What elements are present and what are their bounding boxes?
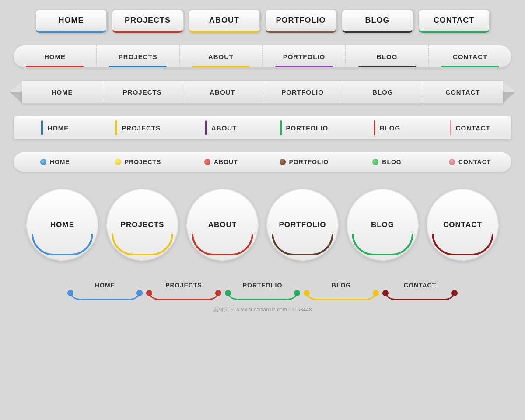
nav3-item-portfolio[interactable]: PORTFOLIO [263, 80, 343, 103]
nav6-item-label: PORTFOLIO [279, 220, 326, 229]
nav2-item-projects[interactable]: PROJECTS [97, 46, 180, 67]
nav7-item-blog[interactable]: BLOG [302, 282, 381, 302]
watermark: 素材天下 www.sucaitianxia.com 03163448 [9, 306, 516, 314]
nav2-item-about[interactable]: ABOUT [180, 46, 263, 67]
nav2-item-home[interactable]: HOME [14, 46, 97, 67]
nav6-arc [272, 234, 333, 256]
nav5-bar: HOMEPROJECTSABOUTPORTFOLIOBLOGCONTACT [13, 152, 512, 172]
nav2-item-blog[interactable]: BLOG [346, 46, 429, 67]
nav4-item-blog[interactable]: BLOG [346, 116, 429, 139]
nav6-arc [32, 234, 93, 256]
nav1-item-about[interactable]: ABOUT [188, 9, 260, 33]
nav2-item-contact[interactable]: CONTACT [429, 46, 511, 67]
nav1-item-projects[interactable]: PROJECTS [112, 9, 184, 33]
nav4-item-label: CONTACT [456, 124, 490, 132]
nav5-item-label: CONTACT [458, 158, 491, 165]
nav5-dot [280, 159, 286, 165]
nav6-arc [432, 234, 494, 256]
nav4-accent-bar [374, 120, 375, 135]
nav7-cup [148, 290, 219, 300]
nav4-item-projects[interactable]: PROJECTS [97, 116, 180, 139]
nav6-item-label: ABOUT [208, 220, 237, 229]
nav7-item-contact[interactable]: CONTACT [381, 282, 459, 302]
nav7-item-portfolio[interactable]: PORTFOLIO [223, 282, 302, 302]
nav5-dot [40, 159, 46, 165]
nav-set-5: HOMEPROJECTSABOUTPORTFOLIOBLOGCONTACT [9, 152, 516, 172]
nav5-dot [372, 159, 378, 165]
nav4-item-label: PROJECTS [122, 124, 161, 132]
nav4-item-label: HOME [47, 124, 69, 132]
nav7-cup [385, 290, 455, 300]
nav6-item-home[interactable]: HOME [26, 189, 98, 261]
nav5-item-blog[interactable]: BLOG [346, 158, 429, 165]
nav3-item-home[interactable]: HOME [22, 80, 102, 103]
nav5-item-label: PROJECTS [125, 158, 161, 165]
nav7-item-home[interactable]: HOME [66, 282, 144, 302]
nav4-accent-bar [450, 120, 452, 135]
nav6-arc [352, 234, 413, 256]
nav3-item-about[interactable]: ABOUT [182, 80, 262, 103]
nav1-item-home[interactable]: HOME [35, 9, 107, 33]
nav4-accent-bar [41, 120, 43, 135]
nav1-item-portfolio[interactable]: PORTFOLIO [265, 9, 337, 33]
nav1-item-blog[interactable]: BLOG [341, 9, 413, 33]
nav6-item-label: BLOG [371, 220, 394, 229]
nav7-cup [70, 290, 140, 300]
nav4-accent-bar [205, 120, 207, 135]
nav7-item-label: HOME [95, 282, 115, 289]
nav4-item-label: ABOUT [211, 124, 237, 132]
nav-set-6: HOMEPROJECTSABOUTPORTFOLIOBLOGCONTACT [9, 184, 516, 265]
nav5-item-label: PORTFOLIO [289, 158, 329, 165]
nav6-item-about[interactable]: ABOUT [186, 189, 259, 261]
nav2-bar: HOMEPROJECTSABOUTPORTFOLIOBLOGCONTACT [13, 45, 512, 68]
nav4-accent-bar [116, 120, 117, 135]
nav7-item-label: CONTACT [404, 282, 436, 289]
nav7-cup [227, 290, 298, 300]
nav6-item-label: HOME [50, 220, 74, 229]
nav4-accent-bar [280, 120, 282, 135]
nav3-item-blog[interactable]: BLOG [343, 80, 423, 103]
nav3-bar: HOMEPROJECTSABOUTPORTFOLIOBLOGCONTACT [22, 80, 503, 104]
nav7-cup [306, 290, 377, 300]
nav6-arc [192, 234, 253, 256]
nav7-item-label: BLOG [332, 282, 351, 289]
ribbon-left-fold [10, 80, 23, 104]
svg-marker-3 [502, 80, 515, 92]
nav4-item-portfolio[interactable]: PORTFOLIO [262, 116, 346, 139]
nav5-item-home[interactable]: HOME [14, 158, 97, 165]
nav6-item-contact[interactable]: CONTACT [427, 189, 499, 261]
nav-set-3: HOMEPROJECTSABOUTPORTFOLIOBLOGCONTACT [9, 80, 516, 104]
nav2-item-portfolio[interactable]: PORTFOLIO [262, 46, 346, 67]
nav4-item-home[interactable]: HOME [14, 116, 97, 139]
nav6-arc [112, 234, 173, 256]
nav5-dot [115, 159, 121, 165]
nav4-item-about[interactable]: ABOUT [179, 116, 262, 139]
svg-marker-1 [10, 80, 23, 92]
nav1-item-contact[interactable]: CONTACT [418, 9, 490, 33]
nav4-item-contact[interactable]: CONTACT [428, 116, 511, 139]
nav6-item-projects[interactable]: PROJECTS [106, 189, 178, 261]
nav5-item-label: HOME [50, 158, 70, 165]
nav6-item-blog[interactable]: BLOG [346, 189, 419, 261]
nav5-item-contact[interactable]: CONTACT [428, 158, 511, 165]
nav4-item-label: PORTFOLIO [286, 124, 329, 132]
nav3-item-contact[interactable]: CONTACT [423, 80, 503, 103]
nav4-item-label: BLOG [380, 124, 400, 132]
nav5-item-label: ABOUT [214, 158, 238, 165]
nav5-item-label: BLOG [382, 158, 401, 165]
nav7-item-projects[interactable]: PROJECTS [144, 282, 223, 302]
nav5-item-about[interactable]: ABOUT [179, 158, 262, 165]
nav-set-1: HOMEPROJECTSABOUTPORTFOLIOBLOGCONTACT [9, 9, 516, 33]
nav6-item-label: CONTACT [443, 220, 482, 229]
nav6-item-portfolio[interactable]: PORTFOLIO [266, 189, 339, 261]
nav4-bar: HOMEPROJECTSABOUTPORTFOLIOBLOGCONTACT [13, 116, 512, 140]
nav-set-4: HOMEPROJECTSABOUTPORTFOLIOBLOGCONTACT [9, 116, 516, 140]
nav3-item-projects[interactable]: PROJECTS [102, 80, 182, 103]
nav5-dot [204, 159, 210, 165]
nav-set-2: HOMEPROJECTSABOUTPORTFOLIOBLOGCONTACT [9, 45, 516, 68]
nav7-item-label: PORTFOLIO [243, 282, 283, 289]
nav-set-7: HOMEPROJECTSPORTFOLIOBLOGCONTACT [9, 277, 516, 302]
nav5-item-portfolio[interactable]: PORTFOLIO [262, 158, 346, 165]
nav6-item-label: PROJECTS [121, 220, 164, 229]
nav5-item-projects[interactable]: PROJECTS [97, 158, 180, 165]
